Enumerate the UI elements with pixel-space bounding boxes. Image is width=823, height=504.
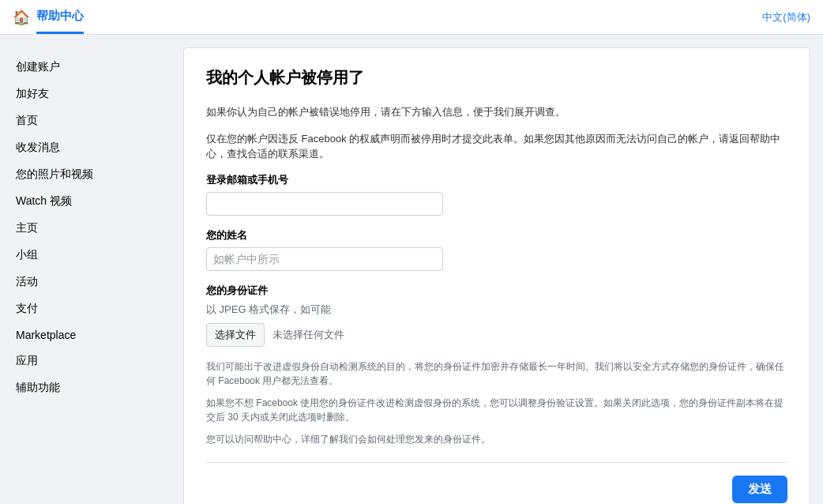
email-label: 登录邮箱或手机号: [206, 173, 787, 187]
name-form-group: 您的姓名: [206, 228, 787, 271]
sidebar-item-photos-videos[interactable]: 您的照片和视频: [13, 161, 171, 188]
file-status-text: 未选择任何文件: [272, 328, 344, 342]
header-left: 🏠 帮助中心: [13, 1, 84, 34]
header: 🏠 帮助中心 中文(简体): [0, 0, 823, 35]
sidebar-item-messages[interactable]: 收发消息: [13, 134, 171, 161]
page-title: 我的个人帐户被停用了: [206, 67, 787, 88]
home-icon: 🏠: [13, 9, 30, 26]
file-upload-section: 选择文件 未选择任何文件: [206, 323, 787, 347]
sidebar-item-events[interactable]: 活动: [13, 269, 171, 295]
sidebar-item-pages[interactable]: 主页: [13, 215, 171, 242]
info-text-2: 如果您不想 Facebook 使用您的身份证件改进检测虚假身份的系统，您可以调整…: [206, 396, 787, 424]
header-title: 帮助中心: [36, 9, 84, 34]
info-text-1: 我们可能出于改进虚假身份自动检测系统的目的，将您的身份证件加密并存储最长一年时间…: [206, 359, 787, 388]
desc-text-1: 如果你认为自己的帐户被错误地停用，请在下方输入信息，便于我们展开调查。: [206, 104, 787, 120]
name-label: 您的姓名: [206, 228, 787, 243]
submit-row: 发送: [206, 462, 787, 503]
sidebar-item-create-account[interactable]: 创建账户: [13, 54, 171, 81]
sidebar-item-pay[interactable]: 支付: [13, 295, 171, 322]
name-input[interactable]: [206, 247, 443, 271]
sidebar-item-add-friend[interactable]: 加好友: [13, 81, 171, 107]
main-layout: 创建账户 加好友 首页 收发消息 您的照片和视频 Watch 视频 主页 小组 …: [0, 35, 823, 504]
sidebar-item-home[interactable]: 首页: [13, 107, 171, 134]
email-form-group: 登录邮箱或手机号: [206, 173, 787, 216]
email-input[interactable]: [206, 192, 443, 216]
desc2-text: 仅在您的帐户因违反 Facebook 的权威声明而被停用时才提交此表单。如果您因…: [206, 133, 780, 160]
language-selector[interactable]: 中文(简体): [762, 10, 810, 24]
id-label: 您的身份证件: [206, 284, 787, 298]
choose-file-button[interactable]: 选择文件: [206, 323, 265, 347]
sidebar-item-apps[interactable]: 应用: [13, 348, 171, 374]
id-hint: 以 JPEG 格式保存，如可能: [206, 303, 787, 317]
id-form-group: 您的身份证件 以 JPEG 格式保存，如可能 选择文件 未选择任何文件: [206, 284, 787, 347]
sidebar: 创建账户 加好友 首页 收发消息 您的照片和视频 Watch 视频 主页 小组 …: [13, 47, 171, 504]
submit-button[interactable]: 发送: [732, 476, 787, 503]
content-area: 我的个人帐户被停用了 如果你认为自己的帐户被错误地停用，请在下方输入信息，便于我…: [183, 47, 810, 504]
info-text-3: 您可以访问帮助中心，详细了解我们会如何处理您发来的身份证件。: [206, 432, 787, 446]
sidebar-item-accessibility[interactable]: 辅助功能: [13, 374, 171, 401]
sidebar-item-marketplace[interactable]: Marketplace: [13, 322, 171, 348]
desc-text-2: 仅在您的帐户因违反 Facebook 的权威声明而被停用时才提交此表单。如果您因…: [206, 131, 787, 162]
sidebar-item-groups[interactable]: 小组: [13, 242, 171, 269]
sidebar-item-watch[interactable]: Watch 视频: [13, 188, 171, 215]
